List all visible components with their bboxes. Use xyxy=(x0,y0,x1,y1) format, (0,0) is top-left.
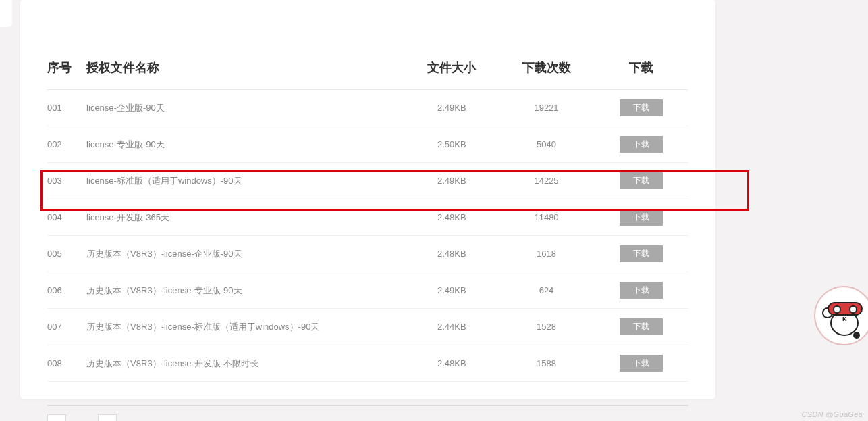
cell-index: 005 xyxy=(47,236,86,272)
download-button[interactable]: 下载 xyxy=(620,136,663,153)
cell-index: 001 xyxy=(47,90,86,126)
header-count: 下载次数 xyxy=(499,59,593,90)
cell-size: 2.48KB xyxy=(404,236,499,272)
cell-filename: 历史版本（V8R3）-license-开发版-不限时长 xyxy=(86,345,404,382)
cell-count: 1588 xyxy=(499,345,593,382)
cell-download: 下载 xyxy=(594,236,688,272)
cell-count: 19221 xyxy=(499,90,593,126)
cell-download: 下载 xyxy=(594,345,688,382)
cell-size: 2.44KB xyxy=(404,309,499,345)
cell-download: 下载 xyxy=(594,90,688,126)
cell-size: 2.49KB xyxy=(404,90,499,126)
license-table: 序号 授权文件名称 文件大小 下载次数 下载 001license-企业版-90… xyxy=(47,59,688,382)
cell-filename: 历史版本（V8R3）-license-专业版-90天 xyxy=(86,272,404,309)
cell-filename: 历史版本（V8R3）-license-标准版（适用于windows）-90天 xyxy=(86,309,404,345)
header-size: 文件大小 xyxy=(404,59,499,90)
header-download: 下载 xyxy=(594,59,688,90)
cell-index: 007 xyxy=(47,309,86,345)
cell-index: 002 xyxy=(47,126,86,163)
cell-count: 14225 xyxy=(499,163,593,199)
pagination: ‹ 1 › xyxy=(47,405,688,421)
table-row: 003license-标准版（适用于windows）-90天2.49KB1422… xyxy=(47,163,688,199)
table-row: 006历史版本（V8R3）-license-专业版-90天2.49KB624下载 xyxy=(47,272,688,309)
download-button[interactable]: 下载 xyxy=(620,355,663,372)
cell-download: 下载 xyxy=(594,163,688,199)
cell-size: 2.48KB xyxy=(404,199,499,236)
download-button[interactable]: 下载 xyxy=(620,282,663,299)
table-row: 008历史版本（V8R3）-license-开发版-不限时长2.48KB1588… xyxy=(47,345,688,382)
cell-size: 2.49KB xyxy=(404,163,499,199)
cell-index: 008 xyxy=(47,345,86,382)
download-button[interactable]: 下载 xyxy=(620,318,663,335)
table-row: 002license-专业版-90天2.50KB5040下载 xyxy=(47,126,688,163)
cell-filename: 历史版本（V8R3）-license-企业版-90天 xyxy=(86,236,404,272)
left-edge-decor xyxy=(0,0,12,27)
cell-download: 下载 xyxy=(594,126,688,163)
cell-filename: license-专业版-90天 xyxy=(86,126,404,163)
cell-count: 11480 xyxy=(499,199,593,236)
next-page-button[interactable]: › xyxy=(98,414,117,421)
cell-filename: license-标准版（适用于windows）-90天 xyxy=(86,163,404,199)
cell-download: 下载 xyxy=(594,309,688,345)
download-button[interactable]: 下载 xyxy=(620,172,663,189)
mascot-avatar[interactable]: K xyxy=(814,286,868,347)
download-card: 序号 授权文件名称 文件大小 下载次数 下载 001license-企业版-90… xyxy=(20,0,715,399)
cell-index: 004 xyxy=(47,199,86,236)
watermark-text: CSDN @GuaGea xyxy=(801,410,863,418)
current-page[interactable]: 1 xyxy=(76,419,88,422)
header-name: 授权文件名称 xyxy=(86,59,404,90)
table-row: 005历史版本（V8R3）-license-企业版-90天2.48KB1618下… xyxy=(47,236,688,272)
cell-size: 2.49KB xyxy=(404,272,499,309)
cell-size: 2.48KB xyxy=(404,345,499,382)
table-row: 007历史版本（V8R3）-license-标准版（适用于windows）-90… xyxy=(47,309,688,345)
table-row: 001license-企业版-90天2.49KB19221下载 xyxy=(47,90,688,126)
cell-download: 下载 xyxy=(594,272,688,309)
table-row: 004license-开发版-365天2.48KB11480下载 xyxy=(47,199,688,236)
cell-download: 下载 xyxy=(594,199,688,236)
download-button[interactable]: 下载 xyxy=(620,245,663,262)
cell-filename: license-企业版-90天 xyxy=(86,90,404,126)
cell-index: 003 xyxy=(47,163,86,199)
header-index: 序号 xyxy=(47,59,86,90)
cell-size: 2.50KB xyxy=(404,126,499,163)
prev-page-button[interactable]: ‹ xyxy=(47,414,66,421)
cell-index: 006 xyxy=(47,272,86,309)
download-button[interactable]: 下载 xyxy=(620,209,663,226)
cell-count: 624 xyxy=(499,272,593,309)
cell-count: 5040 xyxy=(499,126,593,163)
cell-count: 1618 xyxy=(499,236,593,272)
cell-count: 1528 xyxy=(499,309,593,345)
download-button[interactable]: 下载 xyxy=(620,99,663,116)
cell-filename: license-开发版-365天 xyxy=(86,199,404,236)
